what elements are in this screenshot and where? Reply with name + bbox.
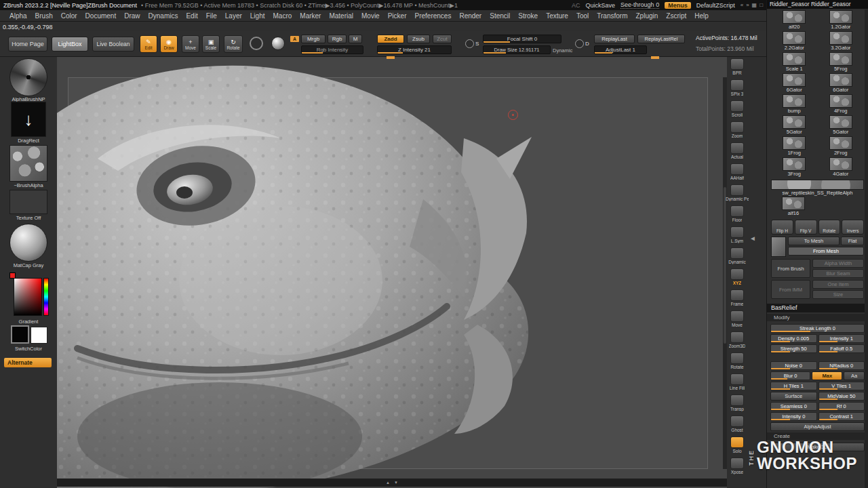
edit-button[interactable]: ✎ Edit xyxy=(140,35,157,53)
menu-item[interactable]: Movie xyxy=(357,12,384,20)
replay-last-button[interactable]: ReplayLast xyxy=(594,35,635,43)
right-shelf-button[interactable]: L.Sym xyxy=(728,226,747,247)
noise-slider[interactable]: Noise 0 xyxy=(770,361,817,370)
right-shelf-button[interactable]: Line Fill xyxy=(728,373,747,394)
right-shelf-button[interactable]: Xpose xyxy=(728,458,747,479)
strength-slider[interactable]: Strength 50 xyxy=(770,344,817,353)
aa-button[interactable]: Aa xyxy=(844,371,865,380)
surface-button[interactable]: Surface xyxy=(770,392,817,401)
menu-item[interactable]: Zscript xyxy=(662,12,690,20)
texture-off-thumbnail[interactable] xyxy=(9,190,47,214)
alpha-thumbnail[interactable]: 5Frog xyxy=(818,52,865,73)
alpha-thumbnail[interactable]: 6Gator xyxy=(818,73,865,94)
falloff-slider[interactable]: Falloff 0.5 xyxy=(818,344,865,353)
draw-size-slider[interactable]: Draw Size 12.91171 xyxy=(483,45,551,54)
menu-item[interactable]: Help xyxy=(690,12,713,20)
right-shelf-button[interactable]: Dynamic xyxy=(728,247,747,268)
menu-item[interactable]: Light xyxy=(246,12,269,20)
alpha-transform-button[interactable]: Flip V xyxy=(795,220,817,235)
alpha-thumbnail[interactable]: 2.2Gator xyxy=(771,31,818,52)
alpha-thumbnail[interactable]: 3Frog xyxy=(771,157,818,178)
right-shelf-button[interactable]: Scroll xyxy=(728,100,747,121)
create-subsection-header[interactable]: Create xyxy=(767,432,868,440)
rf-slider[interactable]: Rf 0 xyxy=(818,402,865,411)
menus-button[interactable]: Menus xyxy=(665,2,691,9)
blur-seam-slider[interactable]: Blur Seam xyxy=(812,269,864,278)
contrast-slider[interactable]: Contrast 1 xyxy=(818,412,865,421)
dynamic-d-toggle[interactable]: D xyxy=(575,39,589,48)
alpha-thumbnail[interactable]: 5Gator xyxy=(818,115,865,136)
menu-item[interactable]: Picker xyxy=(384,12,411,20)
menu-item[interactable]: Stroke xyxy=(514,12,542,20)
matcap-material-thumbnail[interactable] xyxy=(9,224,47,262)
z-intensity-slider[interactable]: Z Intensity 21 xyxy=(377,45,452,54)
material-sphere-button[interactable] xyxy=(271,37,285,50)
titlebar-window-icon[interactable]: □ xyxy=(760,2,763,8)
v-tiles-slider[interactable]: V Tiles 1 xyxy=(818,382,865,390)
alpha-thumbnail[interactable]: 1.2Gator xyxy=(818,10,865,31)
max-button[interactable]: Max xyxy=(812,371,842,380)
alpha-width-slider[interactable]: Alpha Width xyxy=(812,259,864,268)
alpha-thumbnail[interactable]: Scale 1 xyxy=(771,52,818,73)
alpha-thumbnail[interactable]: 2Frog xyxy=(818,136,865,157)
intensity-slider[interactable]: Intensity 1 xyxy=(818,334,865,343)
titlebar-window-icon[interactable]: ▦ xyxy=(752,2,757,8)
scale-button[interactable]: ▣ Scale xyxy=(202,35,220,53)
right-shelf-button[interactable]: Dynamic Persp xyxy=(728,184,747,205)
alpha-thumbnail[interactable]: 5Gator xyxy=(771,115,818,136)
alpha-thumbnail-wide[interactable]: sw_reptileskin_SS_ReptileAlph xyxy=(771,180,864,196)
home-page-button[interactable]: Home Page xyxy=(8,37,47,52)
main-color-swatch[interactable] xyxy=(11,325,29,344)
quicksave-button[interactable]: QuickSave xyxy=(586,2,616,9)
rotate-button[interactable]: ↻ Rotate xyxy=(224,35,243,53)
rgb-intensity-slider[interactable]: Rgb Intensity xyxy=(301,45,363,54)
menu-item[interactable]: Preferences xyxy=(410,12,455,20)
scroll-up-arrow-icon[interactable]: ▲ xyxy=(386,481,390,485)
right-shelf-button[interactable]: Move xyxy=(728,310,747,331)
right-shelf-button[interactable]: Ghost xyxy=(728,415,747,436)
right-shelf-button[interactable]: BPR xyxy=(728,58,747,79)
mesh-preview-thumbnail[interactable] xyxy=(771,237,786,257)
menu-item[interactable]: Material xyxy=(325,12,357,20)
alpha-transform-button[interactable]: Flip H xyxy=(771,220,793,235)
scroll-down-arrow-icon[interactable]: ▼ xyxy=(394,481,398,485)
panel-collapse-arrow-icon[interactable]: ◄ xyxy=(749,235,756,242)
rgb-button[interactable]: Rgb xyxy=(328,35,347,43)
menu-item[interactable]: Brush xyxy=(31,12,57,20)
alternate-button[interactable]: Alternate xyxy=(4,358,52,367)
menu-item[interactable]: Stencil xyxy=(486,12,514,20)
live-boolean-button[interactable]: Live Boolean xyxy=(92,37,134,52)
menu-item[interactable]: Draw xyxy=(120,12,144,20)
secondary-color-swatch[interactable] xyxy=(31,327,47,344)
replay-last-rel-button[interactable]: ReplayLastRel xyxy=(637,35,685,43)
one-item-toggle[interactable]: One Item xyxy=(812,280,864,289)
color-picker[interactable] xyxy=(9,272,49,317)
stroke-curve-icon-button[interactable] xyxy=(250,37,263,50)
right-shelf-button[interactable]: SPix 3 xyxy=(728,79,747,100)
menu-item[interactable]: Color xyxy=(57,12,81,20)
alpha-thumbnail[interactable]: bump xyxy=(771,94,818,115)
current-stroke-thumbnail[interactable]: ↓ xyxy=(11,102,46,137)
document-canvas[interactable]: ▲ ▼ xyxy=(57,57,727,488)
right-shelf-button[interactable]: Frame xyxy=(728,289,747,310)
blur-slider[interactable]: Blur 0 xyxy=(770,371,810,380)
menu-item[interactable]: Tool xyxy=(572,12,593,20)
saturation-value-area[interactable] xyxy=(14,278,42,316)
zadd-button[interactable]: Zadd xyxy=(377,35,404,43)
menu-item[interactable]: Texture xyxy=(542,12,572,20)
mrgb-button[interactable]: Mrgb xyxy=(301,35,326,43)
from-brush-button[interactable]: From Brush xyxy=(771,259,810,278)
alpha-thumbnail[interactable]: 3.2Gator xyxy=(818,31,865,52)
from-mesh-button[interactable]: From Mesh xyxy=(788,247,864,256)
current-alpha-thumbnail[interactable] xyxy=(9,58,47,96)
right-shelf-button[interactable]: Actual xyxy=(728,142,747,163)
alpha-thumbnail[interactable]: 1Frog xyxy=(771,136,818,157)
midvalue-slider[interactable]: MidValue 50 xyxy=(818,392,865,401)
zsub-button[interactable]: Zsub xyxy=(407,35,430,43)
menu-item[interactable]: Marker xyxy=(296,12,325,20)
intensity-zero-slider[interactable]: Intensity 0 xyxy=(770,412,817,421)
alpha-adjust-button[interactable]: AlphaAdjust xyxy=(770,422,865,431)
lightbox-button[interactable]: LightBox xyxy=(52,37,88,52)
from-imm-button[interactable]: From IMM xyxy=(771,280,810,299)
alpha-thumbnail[interactable]: 6Gator xyxy=(771,73,818,94)
